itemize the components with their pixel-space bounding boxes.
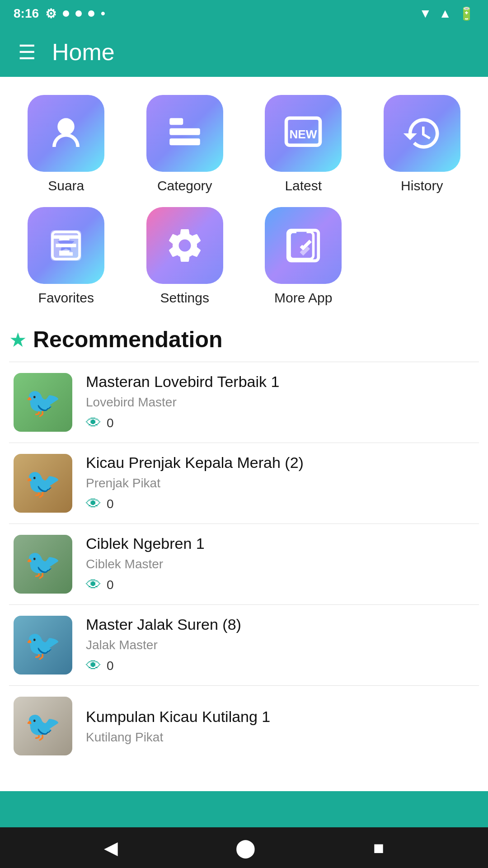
- moreapp-icon: [283, 225, 324, 266]
- category-icon-wrap: [146, 95, 223, 172]
- rec-sub-5: Kutilang Pikat: [86, 730, 474, 745]
- eye-icon-3: 👁: [86, 576, 101, 594]
- svg-rect-2: [169, 128, 200, 135]
- svg-rect-3: [169, 138, 200, 145]
- rec-sub-1: Lovebird Master: [86, 395, 474, 410]
- recommendation-header: ★ Recommendation: [9, 326, 479, 353]
- menu-item-settings[interactable]: Settings: [128, 203, 242, 310]
- rec-thumb-5: 🐦: [14, 697, 72, 755]
- category-label: Category: [157, 178, 212, 193]
- hamburger-menu-button[interactable]: ☰: [18, 41, 36, 64]
- rec-thumb-2: 🐦: [14, 454, 72, 513]
- settings-icon: ⚙: [45, 6, 56, 21]
- star-icon: ★: [9, 328, 27, 351]
- history-icon: [402, 113, 442, 154]
- menu-item-favorites[interactable]: Favorites: [9, 203, 123, 310]
- suara-icon: [46, 113, 86, 154]
- rec-sub-3: Ciblek Master: [86, 557, 474, 571]
- battery-icon: 🔋: [459, 6, 474, 21]
- view-count-4: 0: [107, 659, 114, 673]
- rec-thumb-4: 🐦: [14, 616, 72, 675]
- recommendation-title: Recommendation: [33, 326, 223, 353]
- list-item[interactable]: 🐦 Ciblek Ngebren 1 Ciblek Master 👁 0: [9, 524, 479, 605]
- rec-sub-2: Prenjak Pikat: [86, 476, 474, 491]
- settings-icon-wrap: [146, 207, 223, 284]
- favorites-label: Favorites: [38, 290, 94, 306]
- rec-views-1: 👁 0: [86, 414, 474, 432]
- bird-emoji-5: 🐦: [25, 709, 61, 743]
- settings-gear-icon: [164, 225, 205, 266]
- back-button[interactable]: ◀: [104, 837, 118, 858]
- menu-item-latest[interactable]: NEW Latest: [246, 90, 361, 198]
- empty-cell: [365, 203, 479, 310]
- rec-info-5: Kumpulan Kicau Kutilang 1 Kutilang Pikat: [86, 708, 474, 745]
- rec-thumb-1: 🐦: [14, 373, 72, 432]
- history-label: History: [401, 178, 443, 193]
- rec-views-3: 👁 0: [86, 576, 474, 594]
- latest-icon: NEW: [283, 113, 324, 154]
- menu-grid-row1: Suara Category NEW Latest: [9, 90, 479, 198]
- rec-info-3: Ciblek Ngebren 1 Ciblek Master 👁 0: [86, 535, 474, 594]
- rec-info-1: Masteran Lovebird Terbaik 1 Lovebird Mas…: [86, 373, 474, 432]
- rec-title-5: Kumpulan Kicau Kutilang 1: [86, 708, 474, 726]
- rec-title-3: Ciblek Ngebren 1: [86, 535, 474, 552]
- main-content: Suara Category NEW Latest: [0, 77, 488, 791]
- status-left: 8:16 ⚙ •: [14, 6, 105, 21]
- view-count-2: 0: [107, 497, 114, 511]
- menu-item-suara[interactable]: Suara: [9, 90, 123, 198]
- latest-icon-wrap: NEW: [265, 95, 342, 172]
- latest-label: Latest: [285, 178, 322, 193]
- status-indicator: •: [101, 6, 105, 21]
- history-icon-wrap: [384, 95, 460, 172]
- menu-item-history[interactable]: History: [365, 90, 479, 198]
- rec-info-2: Kicau Prenjak Kepala Merah (2) Prenjak P…: [86, 454, 474, 513]
- category-icon: [164, 113, 205, 154]
- recent-button[interactable]: ■: [373, 838, 384, 858]
- svg-text:NEW: NEW: [290, 127, 317, 141]
- favorites-icon: [46, 225, 86, 266]
- bottom-nav-bar: [0, 791, 488, 827]
- moreapp-icon-wrap: [265, 207, 342, 284]
- dot1: [63, 10, 69, 17]
- list-item[interactable]: 🐦 Masteran Lovebird Terbaik 1 Lovebird M…: [9, 362, 479, 443]
- bird-emoji-1: 🐦: [25, 386, 61, 420]
- dot3: [88, 10, 94, 17]
- dot2: [75, 10, 82, 17]
- favorites-icon-wrap: [28, 207, 104, 284]
- app-title: Home: [52, 38, 115, 66]
- home-button[interactable]: ⬤: [235, 837, 256, 858]
- view-count-3: 0: [107, 578, 114, 592]
- status-right: ▼ ▲ 🔋: [419, 6, 474, 21]
- eye-icon-4: 👁: [86, 657, 101, 675]
- menu-grid-row2: Favorites Settings More App: [9, 203, 479, 310]
- suara-label: Suara: [48, 178, 84, 193]
- rec-sub-4: Jalak Master: [86, 638, 474, 652]
- rec-title-4: Master Jalak Suren (8): [86, 616, 474, 633]
- rec-title-2: Kicau Prenjak Kepala Merah (2): [86, 454, 474, 472]
- settings-label: Settings: [160, 290, 209, 306]
- rec-views-2: 👁 0: [86, 495, 474, 513]
- app-bar: ☰ Home: [0, 27, 488, 77]
- list-item[interactable]: 🐦 Master Jalak Suren (8) Jalak Master 👁 …: [9, 605, 479, 686]
- menu-item-moreapp[interactable]: More App: [246, 203, 361, 310]
- moreapp-label: More App: [274, 290, 332, 306]
- recommendation-list: 🐦 Masteran Lovebird Terbaik 1 Lovebird M…: [9, 362, 479, 766]
- bird-emoji-2: 🐦: [25, 467, 61, 500]
- signal-icon: ▲: [439, 6, 451, 21]
- view-count-1: 0: [107, 416, 114, 430]
- status-bar: 8:16 ⚙ • ▼ ▲ 🔋: [0, 0, 488, 27]
- list-item[interactable]: 🐦 Kumpulan Kicau Kutilang 1 Kutilang Pik…: [9, 686, 479, 766]
- android-nav-bar: ◀ ⬤ ■: [0, 827, 488, 868]
- rec-thumb-3: 🐦: [14, 535, 72, 594]
- svg-point-0: [58, 118, 75, 135]
- suara-icon-wrap: [28, 95, 104, 172]
- list-item[interactable]: 🐦 Kicau Prenjak Kepala Merah (2) Prenjak…: [9, 443, 479, 524]
- status-time: 8:16: [14, 6, 39, 21]
- menu-item-category[interactable]: Category: [128, 90, 242, 198]
- wifi-icon: ▼: [419, 6, 432, 21]
- eye-icon-1: 👁: [86, 414, 101, 432]
- eye-icon-2: 👁: [86, 495, 101, 513]
- bird-emoji-3: 🐦: [25, 547, 61, 581]
- bird-emoji-4: 🐦: [25, 628, 61, 662]
- rec-info-4: Master Jalak Suren (8) Jalak Master 👁 0: [86, 616, 474, 675]
